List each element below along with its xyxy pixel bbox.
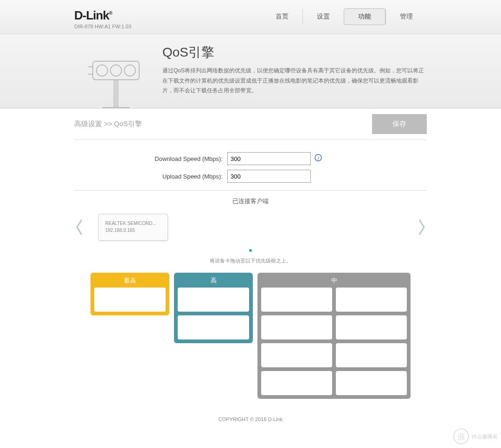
page-description: 通过QoS将排列出网络数据的优先级，以便您确定哪些设备具有高于其它设备的优先级。… [162, 66, 427, 96]
priority-grid: 最高 高 中 [90, 273, 411, 399]
svg-rect-0 [93, 61, 139, 80]
footer-copyright: COPYRIGHT © 2016 D-Link [0, 413, 501, 429]
hero-section: QoS引擎 通过QoS将排列出网络数据的优先级，以便您确定哪些设备具有高于其它设… [0, 34, 501, 109]
brand-logo: D-Link® [74, 8, 131, 23]
priority-medium-box[interactable]: 中 [257, 273, 411, 399]
client-ip: 192.168.0.165 [105, 228, 163, 233]
priority-slot[interactable] [261, 371, 332, 395]
save-button[interactable]: 保存 [372, 114, 427, 134]
traffic-light-icon [74, 44, 158, 109]
priority-highest-label: 最高 [94, 276, 166, 285]
svg-text:i: i [317, 155, 319, 160]
priority-slot[interactable] [261, 343, 332, 367]
page-title: QoS引擎 [162, 44, 427, 61]
priority-medium-label: 中 [261, 276, 407, 285]
priority-slot[interactable] [178, 315, 249, 339]
drag-hint: 将设备卡拖动至以下优先级框之上。 [0, 257, 501, 264]
breadcrumb: 高级设置 >> QoS引擎 [74, 120, 142, 128]
nav-features[interactable]: 功能 [344, 8, 385, 25]
svg-point-3 [124, 65, 135, 76]
download-speed-input[interactable] [227, 152, 311, 165]
header-bar: D-Link® DIR-878 HW:A1 FW:1.03 首页 设置 功能 管… [0, 0, 501, 34]
nav-settings[interactable]: 设置 [302, 9, 344, 25]
speed-form: Download Speed (Mbps): i Upload Speed (M… [74, 152, 427, 183]
priority-slot[interactable] [336, 371, 407, 395]
logo-block: D-Link® DIR-878 HW:A1 FW:1.03 [74, 8, 131, 29]
breadcrumb-bar: 高级设置 >> QoS引擎 保存 [74, 109, 427, 140]
client-carousel: REALTEK SEMICOND... 192.168.0.165 [74, 214, 427, 241]
model-text: DIR-878 HW:A1 FW:1.03 [74, 24, 131, 29]
priority-high-box[interactable]: 高 [174, 273, 253, 343]
priority-slot[interactable] [178, 288, 249, 312]
svg-point-2 [110, 65, 122, 76]
download-speed-label: Download Speed (Mbps): [74, 155, 227, 162]
pagination-dot [249, 249, 252, 252]
client-card[interactable]: REALTEK SEMICOND... 192.168.0.165 [98, 214, 168, 241]
upload-speed-label: Upload Speed (Mbps): [74, 173, 227, 180]
priority-slot[interactable] [336, 315, 407, 339]
svg-point-1 [96, 65, 108, 76]
chevron-left-icon[interactable] [74, 218, 84, 237]
main-nav: 首页 设置 功能 管理 [262, 8, 427, 25]
priority-highest-box[interactable]: 最高 [90, 273, 169, 315]
priority-slot[interactable] [336, 288, 407, 312]
priority-slot[interactable] [336, 343, 407, 367]
priority-slot[interactable] [261, 315, 332, 339]
priority-high-label: 高 [178, 276, 249, 285]
nav-home[interactable]: 首页 [262, 9, 302, 25]
nav-manage[interactable]: 管理 [385, 9, 427, 25]
info-icon[interactable]: i [315, 154, 322, 163]
divider [74, 190, 427, 191]
priority-slot[interactable] [261, 288, 332, 312]
upload-speed-input[interactable] [227, 170, 311, 183]
client-name: REALTEK SEMICOND... [105, 221, 163, 226]
chevron-right-icon[interactable] [417, 218, 427, 237]
priority-slot[interactable] [94, 288, 166, 312]
connected-clients-title: 已连接客户端 [0, 197, 501, 205]
